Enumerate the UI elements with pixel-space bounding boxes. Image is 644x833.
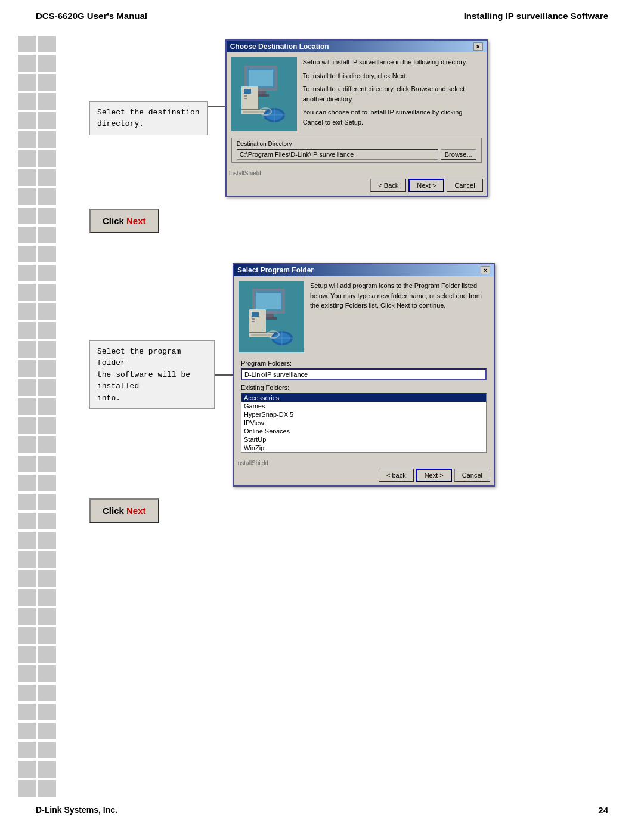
svg-rect-18 (256, 293, 281, 309)
grid-cell (38, 513, 56, 529)
grid-cell (38, 665, 56, 682)
grid-cell (38, 742, 56, 758)
grid-cell (38, 36, 56, 52)
dialog-2-icon-area (239, 281, 304, 352)
grid-cell (38, 704, 56, 720)
grid-cell (18, 246, 36, 262)
grid-cell (18, 494, 36, 510)
back-button-1[interactable]: < Back (370, 179, 406, 192)
section-2-callout: Select the program folderthe software wi… (89, 340, 215, 410)
grid-cell (38, 303, 56, 320)
list-item[interactable]: Accessories (242, 394, 486, 402)
grid-cell (38, 246, 56, 262)
titlebar-buttons-2: × (481, 266, 490, 274)
cancel-button-2[interactable]: Cancel (454, 469, 490, 482)
dialog-2-titlebar: Select Program Folder × (234, 264, 494, 276)
grid-cell (18, 742, 36, 758)
grid-cell (18, 417, 36, 434)
back-button-2[interactable]: < back (379, 469, 414, 482)
grid-cell (18, 93, 36, 110)
dialog-1-icon-area (231, 57, 297, 131)
grid-cell (18, 55, 36, 72)
grid-cell (18, 589, 36, 606)
grid-cell (18, 551, 36, 568)
grid-cell (18, 112, 36, 129)
grid-cell (18, 646, 36, 663)
grid-cell (18, 303, 36, 320)
dialog-1-title: Choose Destination Location (230, 42, 329, 51)
grid-cell (38, 112, 56, 129)
cancel-button-1[interactable]: Cancel (447, 179, 482, 192)
list-item[interactable]: WinZip (242, 444, 486, 452)
grid-cell (18, 685, 36, 701)
browse-button[interactable]: Browse... (441, 149, 476, 160)
svg-rect-23 (252, 318, 255, 320)
grid-cell (18, 265, 36, 281)
grid-cell (38, 74, 56, 91)
list-item[interactable]: HyperSnap-DX 5 (242, 410, 486, 419)
main-content: Select the destinationdirectory. Choose … (78, 27, 644, 559)
grid-cell (38, 646, 56, 663)
grid-cell (38, 150, 56, 167)
list-item[interactable]: Games (242, 402, 486, 410)
connector-line-1 (208, 106, 225, 107)
installshield-label-1: InstallShield (227, 170, 487, 176)
grid-cell (38, 208, 56, 224)
next-button-1[interactable]: Next > (408, 179, 444, 192)
grid-cell (18, 284, 36, 301)
close-icon-2[interactable]: × (481, 266, 490, 274)
click-next-area-1: Click Next (89, 203, 608, 233)
manual-title: DCS-6620G User's Manual (36, 11, 147, 21)
dialog-1-text1: Setup will install IP surveillance in th… (303, 57, 482, 67)
click-text-2: Click (103, 506, 126, 516)
grid-cell (18, 780, 36, 797)
grid-cell (38, 589, 56, 606)
dialog-1-titlebar: Choose Destination Location × (227, 41, 487, 52)
svg-rect-22 (252, 312, 259, 317)
grid-cell (38, 169, 56, 186)
grid-cell (38, 188, 56, 205)
grid-cell (18, 341, 36, 358)
grid-cell (38, 417, 56, 434)
grid-cell (18, 379, 36, 396)
dialog-1-text3: To install to a different directory, cli… (303, 84, 482, 104)
grid-cell (38, 570, 56, 587)
click-next-area-2: Click Next (89, 493, 608, 523)
section-1-callout-text: Select the destinationdirectory. (97, 108, 200, 129)
grid-cell (38, 227, 56, 243)
destination-directory-group: Destination Directory C:\Program Files\D… (231, 138, 482, 163)
chapter-title: Installing IP surveillance Software (464, 11, 608, 21)
list-item[interactable]: IPView (242, 419, 486, 427)
dialog-1-body: Setup will install IP surveillance in th… (227, 52, 487, 135)
grid-cell (18, 570, 36, 587)
list-item[interactable]: Online Services (242, 427, 486, 435)
dest-directory-input[interactable]: C:\Program Files\D-Link\IP surveillance (237, 149, 438, 160)
list-item[interactable]: StartUp (242, 435, 486, 444)
grid-cell (18, 475, 36, 491)
dialog-1-text2: To install to this directory, click Next… (303, 71, 482, 81)
svg-rect-6 (244, 89, 251, 94)
grid-cell (18, 704, 36, 720)
computer-illustration-2 (243, 286, 300, 348)
dialog-1-nav-buttons: < Back Next > Cancel (227, 179, 487, 196)
grid-cell (38, 456, 56, 472)
grid-cell (18, 169, 36, 186)
next-button-2[interactable]: Next > (416, 469, 452, 482)
left-decorative-grid (18, 36, 66, 785)
dialog-1-text4: You can choose not to install IP surveil… (303, 107, 482, 127)
titlebar-buttons-1: × (473, 42, 483, 51)
page-header: DCS-6620G User's Manual Installing IP su… (0, 0, 644, 27)
dialog-2-text1: Setup will add program icons to the Prog… (310, 281, 489, 311)
click-next-button-1[interactable]: Click Next (89, 209, 159, 233)
grid-cell (38, 341, 56, 358)
close-icon[interactable]: × (473, 42, 483, 51)
click-next-button-2[interactable]: Click Next (89, 498, 159, 523)
grid-cell (18, 74, 36, 91)
program-folder-input[interactable]: D-Link\IP surveillance (241, 368, 487, 380)
grid-cell (38, 475, 56, 491)
program-folders-label: Program Folders: (241, 360, 487, 367)
svg-rect-7 (244, 95, 247, 97)
grid-cell (18, 723, 36, 739)
grid-cell (38, 780, 56, 797)
existing-folders-listbox[interactable]: AccessoriesGamesHyperSnap-DX 5IPViewOnli… (241, 393, 487, 453)
